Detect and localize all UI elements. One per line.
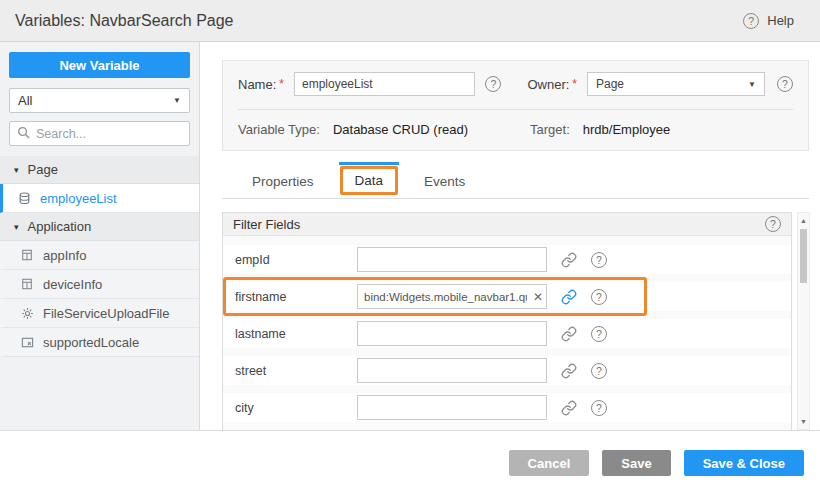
vertical-scrollbar[interactable]: ▲ ▼ (797, 212, 810, 430)
target-label: Target: (530, 122, 570, 137)
tab-data[interactable]: Data (340, 166, 399, 195)
field-help-icon[interactable]: ? (591, 363, 607, 379)
tree-group-label: Page (28, 162, 58, 177)
dialog-header: Variables: NavbarSearch Page ? Help (0, 0, 820, 42)
bind-link-icon[interactable] (560, 399, 578, 417)
chevron-down-icon: ▼ (748, 80, 756, 89)
tree-item-employeelist[interactable]: employeeList (0, 184, 199, 213)
variable-type-label: Variable Type: (238, 122, 320, 137)
scroll-down-icon[interactable]: ▼ (798, 418, 809, 425)
tree-item-label: employeeList (40, 191, 117, 206)
variables-sidebar: New Variable All ▼ ▾ Page (0, 42, 200, 430)
scroll-up-icon[interactable]: ▲ (798, 217, 809, 224)
street-input[interactable] (357, 358, 547, 383)
tree-item-label: deviceInfo (43, 277, 102, 292)
variables-dialog: Variables: NavbarSearch Page ? Help New … (0, 0, 820, 490)
owner-value: Page (596, 77, 624, 91)
variable-summary-box: Name:* ? Owner:* Page ▼ ? Variable Type: (222, 60, 809, 151)
tree-item-label: FileServiceUploadFile (43, 306, 169, 321)
tree-item-label: supportedLocale (43, 335, 139, 350)
variable-filter-value: All (18, 93, 32, 108)
scrollbar-thumb[interactable] (800, 229, 807, 283)
tab-events[interactable]: Events (406, 165, 483, 198)
filter-fields-panel: Filter Fields ? empId ? (222, 212, 792, 430)
locale-icon (20, 335, 34, 349)
tree-item-fileserviceuploadfile[interactable]: FileServiceUploadFile (0, 299, 199, 328)
page-title: Variables: NavbarSearch Page (15, 12, 234, 30)
field-help-icon[interactable]: ? (591, 289, 607, 305)
cancel-button[interactable]: Cancel (509, 450, 590, 476)
clear-binding-icon[interactable]: ✕ (533, 291, 543, 303)
filter-fields-title: Filter Fields (233, 217, 300, 232)
database-icon (17, 191, 31, 205)
filter-row-empid: empId ? (223, 245, 791, 274)
tree-item-deviceinfo[interactable]: deviceInfo (0, 270, 199, 299)
variable-detail-pane: Name:* ? Owner:* Page ▼ ? Variable Type: (200, 42, 820, 430)
field-label: street (223, 364, 357, 378)
field-help-icon[interactable]: ? (591, 326, 607, 342)
tree-item-appinfo[interactable]: appInfo (0, 241, 199, 270)
bind-link-icon[interactable] (560, 362, 578, 380)
search-box (9, 121, 190, 146)
field-help-icon[interactable]: ? (591, 400, 607, 416)
field-label: firstname (223, 290, 357, 304)
dialog-footer: Cancel Save Save & Close (0, 430, 820, 490)
empid-input[interactable] (357, 247, 547, 272)
detail-tabs: Properties Data Events (222, 165, 809, 199)
bind-link-icon[interactable] (560, 325, 578, 343)
new-variable-button[interactable]: New Variable (9, 52, 190, 78)
lastname-input[interactable] (357, 321, 547, 346)
bind-link-icon[interactable] (560, 288, 578, 306)
field-label: empId (223, 253, 357, 267)
target-value: hrdb/Employee (583, 122, 670, 137)
data-tab-content: Filter Fields ? empId ? (222, 212, 810, 430)
field-label: city (223, 401, 357, 415)
filter-row-street: street ? (223, 356, 791, 385)
caret-down-icon: ▾ (14, 222, 19, 232)
help-button[interactable]: ? Help (743, 13, 794, 29)
summary-divider (238, 109, 793, 110)
owner-dropdown[interactable]: Page ▼ (587, 72, 765, 96)
owner-help-icon[interactable]: ? (777, 76, 793, 92)
tree-group-label: Application (28, 219, 92, 234)
filter-row-lastname: lastname ? (223, 319, 791, 348)
tree-item-supportedlocale[interactable]: supportedLocale (0, 328, 199, 357)
tree-group-page[interactable]: ▾ Page (0, 156, 199, 184)
chevron-down-icon: ▼ (173, 96, 181, 105)
gear-icon (20, 306, 34, 320)
grid-icon (20, 277, 34, 291)
name-label: Name: (238, 77, 276, 92)
bind-link-icon[interactable] (560, 251, 578, 269)
name-help-icon[interactable]: ? (485, 76, 501, 92)
firstname-input[interactable] (357, 284, 547, 309)
city-input[interactable] (357, 395, 547, 420)
grid-icon (20, 248, 34, 262)
owner-label: Owner: (527, 77, 569, 92)
tree-group-application[interactable]: ▾ Application (0, 213, 199, 241)
tree-item-label: appInfo (43, 248, 86, 263)
filter-field-rows: empId ? firstname ✕ (223, 236, 791, 430)
filter-row-firstname: firstname ✕ ? (223, 282, 791, 311)
save-button[interactable]: Save (602, 450, 670, 476)
search-icon (17, 125, 30, 143)
filter-fields-help-icon[interactable]: ? (765, 216, 781, 232)
help-icon: ? (743, 13, 759, 29)
variable-filter-dropdown[interactable]: All ▼ (9, 88, 190, 113)
required-asterisk: * (572, 77, 577, 91)
filter-row-city: city ? (223, 393, 791, 422)
variables-tree: ▾ Page employeeList ▾ Applicati (0, 156, 199, 357)
field-help-icon[interactable]: ? (591, 252, 607, 268)
variable-name-input[interactable] (294, 72, 475, 96)
variable-type-value: Database CRUD (read) (333, 122, 468, 137)
caret-down-icon: ▾ (14, 165, 19, 175)
help-label: Help (767, 13, 794, 28)
filter-fields-header: Filter Fields ? (223, 213, 791, 236)
search-input[interactable] (36, 127, 197, 141)
save-and-close-button[interactable]: Save & Close (684, 450, 804, 476)
required-asterisk: * (279, 77, 284, 91)
field-label: lastname (223, 327, 357, 341)
tab-properties[interactable]: Properties (234, 165, 332, 198)
